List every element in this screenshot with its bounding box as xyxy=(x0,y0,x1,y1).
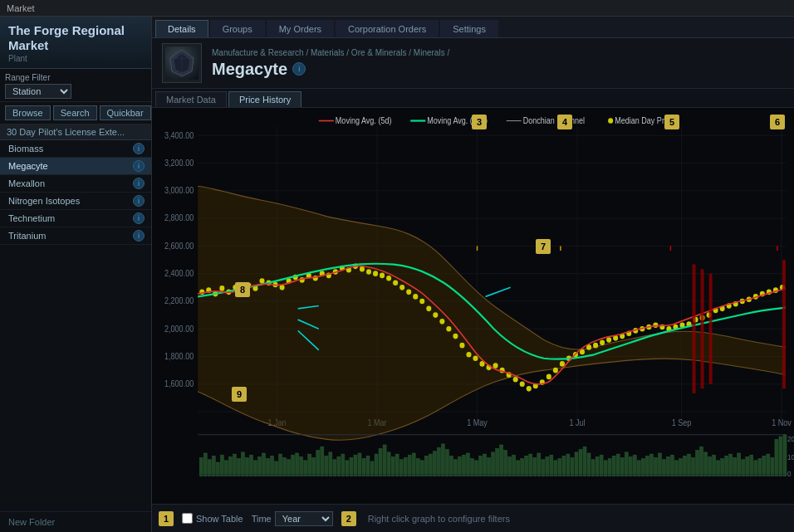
svg-rect-177 xyxy=(358,453,361,476)
sidebar-item-info-icon[interactable]: i xyxy=(133,178,145,189)
svg-rect-173 xyxy=(341,454,345,476)
svg-rect-196 xyxy=(437,447,440,476)
svg-rect-247 xyxy=(649,454,653,476)
svg-rect-199 xyxy=(449,456,453,476)
svg-rect-232 xyxy=(587,453,591,476)
svg-point-73 xyxy=(433,312,438,318)
svg-rect-195 xyxy=(433,451,436,476)
quickbar-button[interactable]: Quickbar xyxy=(100,105,151,120)
svg-rect-142 xyxy=(212,456,215,476)
sidebar-item-info-icon[interactable]: i xyxy=(133,143,145,154)
svg-text:1 Sep: 1 Sep xyxy=(672,417,692,427)
svg-rect-215 xyxy=(517,461,520,476)
svg-rect-174 xyxy=(346,461,349,476)
svg-rect-205 xyxy=(475,461,478,476)
svg-point-70 xyxy=(413,294,418,300)
svg-rect-201 xyxy=(458,456,461,476)
svg-rect-259 xyxy=(700,447,703,476)
sidebar-item-info-icon[interactable]: i xyxy=(133,212,145,224)
svg-point-69 xyxy=(406,290,411,295)
svg-rect-222 xyxy=(546,456,549,476)
sidebar-item-megacyte[interactable]: Megacytei xyxy=(0,158,151,175)
svg-rect-141 xyxy=(208,460,211,476)
svg-rect-175 xyxy=(350,458,353,476)
svg-rect-279 xyxy=(783,435,787,476)
annotation-5: 5 xyxy=(664,115,679,129)
sidebar-item-mexallon[interactable]: Mexalloni xyxy=(0,175,151,193)
svg-rect-164 xyxy=(304,461,307,476)
sidebar-item-biomass[interactable]: Biomassi xyxy=(0,140,151,158)
tab-details[interactable]: Details xyxy=(155,20,208,37)
svg-rect-145 xyxy=(224,461,228,476)
svg-rect-256 xyxy=(688,454,691,476)
sidebar-item-info-icon[interactable]: i xyxy=(133,230,145,242)
svg-point-92 xyxy=(560,361,565,367)
svg-point-90 xyxy=(546,374,551,380)
sidebar-item-technetium[interactable]: Technetiumi xyxy=(0,210,151,227)
svg-rect-169 xyxy=(325,456,328,476)
range-filter-section: Range Filter Station Region xyxy=(0,69,151,102)
svg-point-78 xyxy=(466,352,471,358)
sidebar-item-info-icon[interactable]: i xyxy=(133,195,145,207)
chart-area[interactable]: 3,400.00 3,200.00 3,000.00 2,800.00 2,60… xyxy=(152,108,794,504)
breadcrumb-area: Manufacture & Research / Materials / Ore… xyxy=(152,38,794,89)
tab-groups[interactable]: Groups xyxy=(210,20,265,37)
svg-rect-275 xyxy=(767,454,770,476)
svg-rect-235 xyxy=(600,455,603,476)
svg-text:Moving Avg. (5d): Moving Avg. (5d) xyxy=(336,115,392,125)
sub-tab-price-history[interactable]: Price History xyxy=(228,91,301,107)
svg-rect-161 xyxy=(292,455,295,476)
browse-button[interactable]: Browse xyxy=(5,105,51,120)
svg-rect-210 xyxy=(496,448,499,476)
svg-point-47 xyxy=(260,278,265,284)
svg-rect-252 xyxy=(670,455,674,476)
svg-rect-263 xyxy=(717,461,720,476)
new-folder[interactable]: New Folder xyxy=(0,511,151,532)
svg-rect-227 xyxy=(566,454,570,476)
tab-my-orders[interactable]: My Orders xyxy=(267,20,334,37)
svg-text:20,000: 20,000 xyxy=(787,434,794,442)
main-content: DetailsGroupsMy OrdersCorporation Orders… xyxy=(152,17,794,532)
svg-rect-151 xyxy=(249,455,252,476)
svg-point-97 xyxy=(593,343,598,349)
svg-rect-171 xyxy=(333,460,336,476)
sub-tab-market-data[interactable]: Market Data xyxy=(155,91,227,107)
search-button[interactable]: Search xyxy=(53,105,97,120)
sidebar-item-info-icon[interactable]: i xyxy=(133,160,145,172)
svg-rect-257 xyxy=(692,458,695,476)
svg-rect-278 xyxy=(779,437,782,476)
svg-rect-157 xyxy=(275,461,278,476)
svg-rect-274 xyxy=(762,456,766,476)
svg-rect-154 xyxy=(262,453,266,476)
svg-rect-239 xyxy=(616,454,620,476)
svg-rect-269 xyxy=(742,460,745,476)
sidebar-item-tritanium[interactable]: Tritaniumi xyxy=(0,227,151,245)
svg-rect-253 xyxy=(674,461,678,476)
annotation-9: 9 xyxy=(232,387,247,402)
svg-rect-178 xyxy=(362,459,365,476)
item-info-button[interactable]: i xyxy=(292,62,306,76)
range-select[interactable]: Station Region xyxy=(5,84,71,99)
svg-rect-238 xyxy=(612,456,615,476)
svg-point-67 xyxy=(393,280,398,286)
sidebar-item-nitrogen-isotopes[interactable]: Nitrogen Isotopesi xyxy=(0,193,151,210)
svg-rect-182 xyxy=(379,448,382,476)
show-table-section: Show Table xyxy=(182,513,243,524)
item-icon xyxy=(162,43,202,83)
tab-corporation-orders[interactable]: Corporation Orders xyxy=(336,20,439,37)
time-select[interactable]: DayWeekMonthYear5 Years xyxy=(275,511,333,526)
svg-rect-225 xyxy=(558,459,561,476)
sidebar-plant: Plant xyxy=(8,54,27,63)
time-label: Time xyxy=(252,514,272,524)
svg-rect-216 xyxy=(521,459,524,476)
show-table-checkbox[interactable] xyxy=(182,513,193,524)
tab-settings[interactable]: Settings xyxy=(440,20,498,37)
svg-rect-234 xyxy=(596,456,599,476)
svg-text:2,000.00: 2,000.00 xyxy=(164,324,194,334)
svg-rect-224 xyxy=(554,461,557,476)
price-chart[interactable]: 3,400.00 3,200.00 3,000.00 2,800.00 2,60… xyxy=(152,108,794,504)
svg-point-98 xyxy=(600,340,605,346)
svg-rect-277 xyxy=(775,439,778,476)
svg-rect-158 xyxy=(279,454,282,476)
svg-rect-243 xyxy=(633,455,636,476)
